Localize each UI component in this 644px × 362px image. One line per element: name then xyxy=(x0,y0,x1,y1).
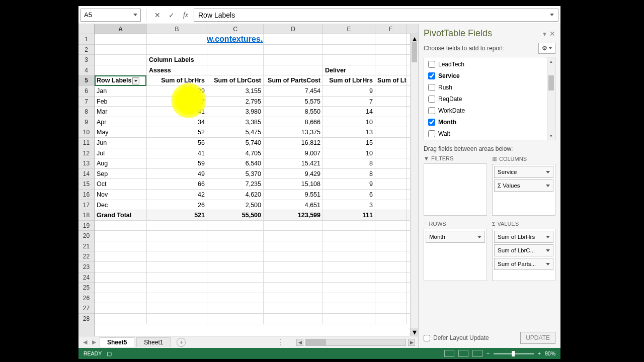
zoom-out-icon[interactable]: − xyxy=(487,350,490,356)
row-header[interactable]: 23 xyxy=(78,262,94,273)
field-list-scrollbar[interactable]: ▴ ▾ xyxy=(547,57,555,140)
row-header[interactable]: 24 xyxy=(78,273,94,283)
column-header[interactable]: B xyxy=(147,24,207,34)
row-header[interactable]: 19 xyxy=(78,221,94,231)
cell[interactable] xyxy=(147,262,207,272)
cell[interactable]: 521 xyxy=(147,210,207,220)
cell[interactable] xyxy=(95,303,147,313)
cell[interactable] xyxy=(95,231,147,241)
cell[interactable]: Mar xyxy=(95,107,147,117)
pane-menu-icon[interactable]: ▾ xyxy=(543,30,546,38)
filters-dropzone[interactable] xyxy=(424,163,487,216)
cell[interactable] xyxy=(264,273,323,283)
cell[interactable]: Deliver xyxy=(323,65,375,75)
row-header[interactable]: 9 xyxy=(78,117,94,128)
name-box[interactable]: A5 xyxy=(80,9,141,22)
field-checkbox[interactable] xyxy=(428,61,435,68)
scroll-right-icon[interactable]: ▶ xyxy=(408,339,415,346)
cell[interactable] xyxy=(207,314,264,324)
cell[interactable] xyxy=(95,251,147,261)
filter-dropdown[interactable] xyxy=(132,77,139,84)
tools-button[interactable]: ⚙ xyxy=(538,43,555,54)
cell[interactable] xyxy=(375,293,407,303)
hscroll-thumb[interactable] xyxy=(306,339,326,345)
column-header[interactable]: D xyxy=(264,24,323,34)
cell[interactable] xyxy=(264,293,323,303)
cell[interactable] xyxy=(323,262,375,272)
cell[interactable] xyxy=(207,262,264,272)
cell[interactable] xyxy=(207,283,264,293)
area-item[interactable]: Sum of LbrC... xyxy=(494,244,553,256)
cell[interactable] xyxy=(147,231,207,241)
cell[interactable] xyxy=(375,86,407,96)
close-icon[interactable]: ✕ xyxy=(549,30,555,38)
cell[interactable]: 7 xyxy=(323,97,375,107)
zoom-in-icon[interactable]: + xyxy=(538,350,541,356)
cell[interactable] xyxy=(375,262,407,272)
scroll-thumb[interactable] xyxy=(412,42,417,62)
cell[interactable]: 9 xyxy=(323,86,375,96)
cell[interactable] xyxy=(264,34,323,44)
fx-icon[interactable]: fx xyxy=(180,9,192,21)
cell[interactable] xyxy=(375,34,407,44)
field-list[interactable]: LeadTechServiceRushReqDateWorkDateMonthW… xyxy=(424,57,555,140)
row-header[interactable]: 2 xyxy=(78,45,94,55)
cell[interactable]: May xyxy=(95,127,147,137)
cell[interactable] xyxy=(264,55,323,65)
cell[interactable]: 27 xyxy=(147,97,207,107)
cell[interactable]: Jul xyxy=(95,148,147,158)
horizontal-scrollbar[interactable]: ⋮ ◀ ▶ xyxy=(188,337,415,347)
row-header[interactable]: 28 xyxy=(78,314,94,324)
scroll-down-icon[interactable]: ▾ xyxy=(411,328,418,336)
cell[interactable] xyxy=(264,262,323,272)
cell[interactable] xyxy=(147,283,207,293)
row-header[interactable]: 6 xyxy=(78,86,94,97)
update-button[interactable]: UPDATE xyxy=(520,332,555,344)
cell[interactable]: 13,375 xyxy=(264,127,323,137)
row-header[interactable]: 15 xyxy=(78,179,94,190)
cell[interactable]: 52 xyxy=(147,127,207,137)
cell[interactable] xyxy=(323,293,375,303)
cell[interactable] xyxy=(264,45,323,55)
cell[interactable] xyxy=(207,231,264,241)
row-header[interactable]: 7 xyxy=(78,97,94,107)
cell[interactable] xyxy=(95,314,147,324)
cell[interactable] xyxy=(147,303,207,313)
cell[interactable] xyxy=(323,241,375,251)
cell[interactable] xyxy=(207,45,264,55)
cell[interactable]: 9,551 xyxy=(264,190,323,200)
cell[interactable] xyxy=(323,231,375,241)
cell[interactable]: Nov xyxy=(95,190,147,200)
row-header[interactable]: 13 xyxy=(78,158,94,169)
field-checkbox[interactable] xyxy=(428,119,435,126)
cell[interactable] xyxy=(323,251,375,261)
cell[interactable]: 15,108 xyxy=(264,179,323,189)
area-item[interactable]: Sum of LbrHrs xyxy=(494,231,553,243)
column-header[interactable]: F xyxy=(375,24,407,34)
cell[interactable] xyxy=(323,273,375,283)
cell[interactable]: Sum of PartsCost xyxy=(264,75,323,85)
row-header[interactable]: 16 xyxy=(78,190,94,200)
scroll-up-icon[interactable]: ▴ xyxy=(547,57,555,65)
cell[interactable]: 41 xyxy=(147,148,207,158)
cell[interactable] xyxy=(207,251,264,261)
cell[interactable]: Apr xyxy=(95,117,147,127)
cell[interactable] xyxy=(375,283,407,293)
accept-icon[interactable]: ✓ xyxy=(166,9,178,21)
cell[interactable]: Grand Total xyxy=(95,210,147,220)
cell[interactable] xyxy=(95,283,147,293)
cell[interactable] xyxy=(375,138,407,148)
column-header[interactable]: C xyxy=(207,24,264,34)
cell[interactable]: 5,475 xyxy=(207,127,264,137)
cell[interactable]: Aug xyxy=(95,158,147,168)
cell[interactable]: 29 xyxy=(147,86,207,96)
cell[interactable]: 8,550 xyxy=(264,107,323,117)
cell[interactable]: Sep xyxy=(95,169,147,179)
cell[interactable] xyxy=(147,251,207,261)
row-header[interactable]: 20 xyxy=(78,231,94,241)
columns-dropzone[interactable]: ServiceΣ Values xyxy=(492,164,555,216)
row-header[interactable]: 22 xyxy=(78,251,94,262)
cell[interactable]: 111 xyxy=(323,210,375,220)
area-item[interactable]: Month xyxy=(426,231,485,243)
cell[interactable] xyxy=(375,200,407,210)
